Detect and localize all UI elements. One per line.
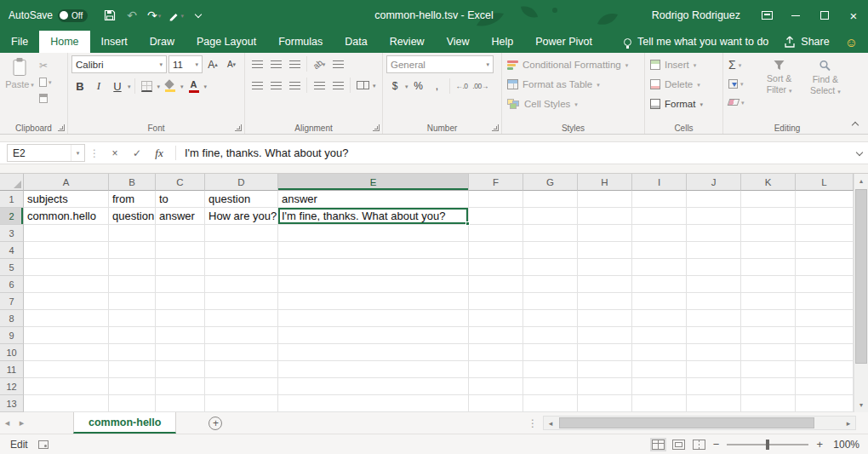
confirm-entry-button[interactable]: ✓ — [126, 142, 148, 164]
cell-E1[interactable]: answer — [278, 191, 469, 208]
feedback-smiley-icon[interactable]: ☺ — [845, 36, 858, 49]
cell-G11[interactable] — [523, 361, 578, 378]
cell-J2[interactable] — [687, 208, 741, 225]
underline-button[interactable]: U — [109, 78, 126, 95]
cell-L7[interactable] — [796, 293, 854, 310]
align-bottom-button[interactable] — [286, 55, 303, 72]
ribbon-tab-page-layout[interactable]: Page Layout — [186, 31, 267, 53]
cell-E7[interactable] — [278, 293, 469, 310]
row-header-12[interactable]: 12 — [0, 378, 24, 395]
tab-scroll-divider[interactable]: ⋮ — [523, 417, 543, 429]
format-as-table-button[interactable]: Format as Table ▾ — [505, 76, 641, 93]
cell-C13[interactable] — [156, 395, 205, 412]
align-right-button[interactable] — [286, 77, 303, 94]
tell-me-search[interactable]: Tell me what you want to do — [624, 36, 768, 48]
italic-button[interactable]: I — [90, 78, 107, 95]
bold-button[interactable]: B — [71, 78, 89, 95]
formula-bar-drag-handle[interactable]: ⋮ — [85, 142, 104, 164]
undo-button[interactable]: ↶ — [122, 4, 142, 26]
cell-B10[interactable] — [109, 344, 156, 361]
ribbon-tab-review[interactable]: Review — [379, 31, 436, 53]
horizontal-scrollbar[interactable]: ◂ ▸ — [543, 416, 856, 430]
cell-L12[interactable] — [796, 378, 854, 395]
cell-H4[interactable] — [578, 242, 632, 259]
font-color-button[interactable]: A — [186, 78, 203, 95]
row-header-11[interactable]: 11 — [0, 361, 24, 378]
autosave-pill[interactable]: Off — [58, 9, 88, 22]
increase-font-size-button[interactable]: A▴ — [204, 56, 221, 73]
cell-F5[interactable] — [469, 259, 523, 276]
wrap-text-button[interactable] — [329, 55, 346, 72]
ribbon-tab-insert[interactable]: Insert — [90, 31, 139, 53]
formula-input[interactable]: I'm fine, thanks. What about you? — [181, 142, 851, 164]
sheet-nav-left-icon[interactable]: ◂ — [0, 417, 14, 428]
cell-D3[interactable] — [205, 225, 278, 242]
cell-K10[interactable] — [741, 344, 796, 361]
cell-B1[interactable]: from — [109, 191, 156, 208]
cell-E9[interactable] — [278, 327, 469, 344]
row-header-6[interactable]: 6 — [0, 276, 24, 293]
increase-indent-button[interactable] — [329, 77, 346, 94]
cell-D9[interactable] — [205, 327, 278, 344]
borders-button[interactable] — [139, 78, 156, 95]
name-box[interactable]: E2 ▾ — [7, 144, 85, 162]
zoom-slider[interactable] — [727, 444, 808, 445]
cell-L4[interactable] — [796, 242, 854, 259]
fill-button[interactable]: ▾ — [727, 75, 756, 92]
ribbon-tab-help[interactable]: Help — [481, 31, 525, 53]
cell-C4[interactable] — [156, 242, 205, 259]
cell-D12[interactable] — [205, 378, 278, 395]
cell-B8[interactable] — [109, 310, 156, 327]
cell-K7[interactable] — [741, 293, 796, 310]
cell-J1[interactable] — [687, 191, 741, 208]
decrease-font-size-button[interactable]: A▾ — [223, 56, 240, 73]
share-button[interactable]: Share — [784, 36, 829, 48]
cell-styles-button[interactable]: Cell Styles ▾ — [505, 95, 641, 112]
cell-D11[interactable] — [205, 361, 278, 378]
cell-A7[interactable] — [24, 293, 109, 310]
underline-caret-icon[interactable]: ▾ — [128, 83, 131, 89]
find-select-button[interactable]: Find & Select ▾ — [803, 56, 848, 121]
ribbon-tab-power-pivot[interactable]: Power Pivot — [524, 31, 603, 53]
row-header-9[interactable]: 9 — [0, 327, 24, 344]
row-header-5[interactable]: 5 — [0, 259, 24, 276]
customize-quick-access-button[interactable] — [188, 4, 208, 26]
maximize-button[interactable] — [810, 0, 839, 31]
zoom-in-button[interactable]: + — [816, 438, 823, 451]
cell-G4[interactable] — [523, 242, 578, 259]
cell-K2[interactable] — [741, 208, 796, 225]
cell-L5[interactable] — [796, 259, 854, 276]
cell-I10[interactable] — [632, 344, 687, 361]
hscroll-left-icon[interactable]: ◂ — [544, 419, 557, 428]
cell-J4[interactable] — [687, 242, 741, 259]
row-header-7[interactable]: 7 — [0, 293, 24, 310]
cell-G2[interactable] — [523, 208, 578, 225]
page-layout-view-button[interactable] — [672, 440, 685, 450]
vscroll-down-icon[interactable]: ▾ — [854, 398, 868, 412]
orientation-button[interactable]: ab▾ — [311, 55, 328, 72]
ribbon-tab-file[interactable]: File — [0, 31, 39, 53]
cell-E6[interactable] — [278, 276, 469, 293]
cell-B3[interactable] — [109, 225, 156, 242]
minimize-button[interactable] — [781, 0, 810, 31]
autosave-toggle[interactable]: AutoSave Off — [9, 9, 88, 22]
insert-function-button[interactable]: fx — [148, 142, 170, 164]
cell-G3[interactable] — [523, 225, 578, 242]
cell-H8[interactable] — [578, 310, 632, 327]
cell-I8[interactable] — [632, 310, 687, 327]
conditional-formatting-button[interactable]: Conditional Formatting ▾ — [505, 56, 641, 73]
cell-K4[interactable] — [741, 242, 796, 259]
vertical-scrollbar[interactable]: ▴ ▾ — [854, 174, 868, 412]
cell-J6[interactable] — [687, 276, 741, 293]
formula-bar-expand-button[interactable] — [851, 142, 868, 164]
cell-J5[interactable] — [687, 259, 741, 276]
cell-E4[interactable] — [278, 242, 469, 259]
cell-A2[interactable]: common.hello — [24, 208, 109, 225]
column-header-G[interactable]: G — [523, 174, 578, 191]
cell-H3[interactable] — [578, 225, 632, 242]
cell-F10[interactable] — [469, 344, 523, 361]
redo-button[interactable]: ↷▾ — [144, 4, 164, 26]
accounting-format-button[interactable]: $ — [386, 78, 403, 95]
normal-view-button[interactable] — [652, 440, 665, 450]
cell-J11[interactable] — [687, 361, 741, 378]
